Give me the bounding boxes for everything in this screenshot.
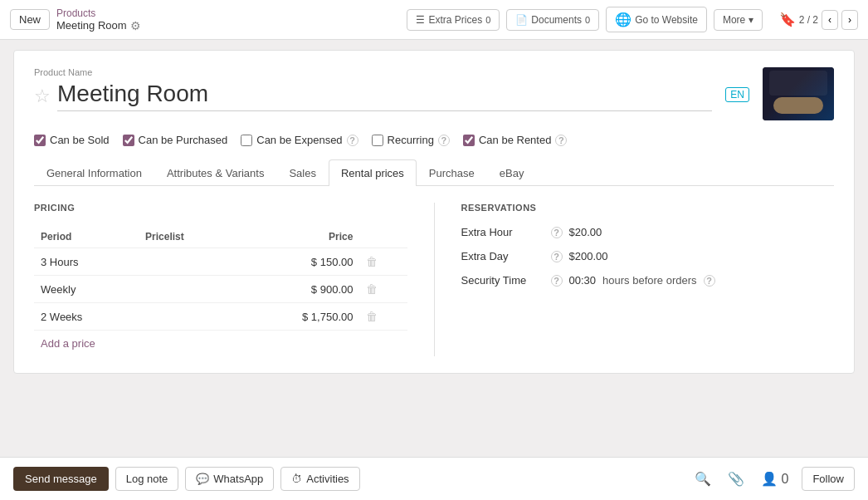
period-cell[interactable]: 2 Weeks (34, 303, 139, 331)
product-image (763, 67, 834, 120)
nav-next-button[interactable]: › (841, 10, 858, 30)
clock-icon: ⏱ (291, 473, 302, 485)
price-cell: $ 1,750.00 (237, 303, 359, 331)
paperclip-icon: 📎 (728, 472, 744, 486)
delete-icon[interactable]: 🗑 (366, 310, 378, 323)
search-button[interactable]: 🔍 (691, 468, 714, 490)
can-be-rented-checkbox[interactable]: Can be Rented ? (463, 134, 567, 146)
send-message-button[interactable]: Send message (13, 467, 109, 491)
person-icon: 👤 (761, 472, 778, 486)
breadcrumb-parent[interactable]: Products (56, 7, 141, 19)
bottombar: Send message Log note 💬 WhatsApp ⏱ Activ… (0, 457, 868, 500)
product-name-label: Product Name (34, 67, 749, 77)
go-to-website-button[interactable]: 🌐 Go to Website (606, 7, 707, 32)
price-cell: $ 150.00 (237, 248, 359, 276)
reservations-section-title: RESERVATIONS (461, 203, 835, 213)
product-header-left: Product Name ☆ Meeting Room EN (34, 67, 749, 111)
extra-hour-row: Extra Hour ? $20.00 (461, 226, 835, 238)
period-cell[interactable]: 3 Hours (34, 248, 139, 276)
period-cell[interactable]: Weekly (34, 276, 139, 303)
recurring-checkbox[interactable]: Recurring ? (372, 134, 450, 146)
security-time-help-icon[interactable]: ? (551, 275, 563, 287)
add-price-link[interactable]: Add a price (34, 331, 102, 356)
can-be-expensed-label: Can be Expensed (256, 134, 342, 146)
extra-day-value[interactable]: $200.00 (569, 250, 608, 262)
extra-day-label: Extra Day (461, 250, 544, 262)
extra-day-help-icon[interactable]: ? (551, 251, 563, 262)
documents-button[interactable]: 📄 Documents 0 (506, 9, 599, 31)
recurring-label: Recurring (388, 134, 434, 146)
product-header: Product Name ☆ Meeting Room EN (34, 67, 834, 120)
delete-icon[interactable]: 🗑 (366, 282, 378, 296)
extra-prices-count: 0 (485, 15, 490, 25)
whatsapp-icon: 💬 (196, 473, 209, 485)
nav-count: 2 / 2 (799, 14, 818, 26)
can-be-purchased-label: Can be Purchased (139, 134, 228, 146)
can-be-rented-help-icon[interactable]: ? (555, 135, 567, 146)
tab-content: PRICING Period Pricelist Price 3 Hours (34, 203, 834, 356)
nav-controls: 🔖 2 / 2 ‹ › (779, 10, 858, 30)
product-name-row: ☆ Meeting Room EN (34, 81, 749, 111)
tab-general-information[interactable]: General Information (34, 159, 154, 186)
tab-ebay[interactable]: eBay (487, 159, 537, 186)
bottom-right: 🔍 📎 👤 0 Follow (691, 467, 855, 491)
tab-attributes-variants[interactable]: Attributes & Variants (154, 159, 277, 186)
lang-badge[interactable]: EN (725, 87, 749, 102)
search-icon: 🔍 (695, 472, 711, 486)
extra-day-row: Extra Day ? $200.00 (461, 250, 835, 262)
table-row: 3 Hours $ 150.00 🗑 (34, 248, 407, 276)
can-be-purchased-checkbox[interactable]: Can be Purchased (123, 134, 228, 146)
can-be-expensed-checkbox[interactable]: Can be Expensed ? (241, 134, 358, 146)
activities-label: Activities (306, 473, 349, 485)
followers-count: 0 (782, 472, 789, 486)
product-title[interactable]: Meeting Room (57, 81, 712, 111)
security-time-value[interactable]: 00:30 (569, 274, 597, 287)
recurring-help-icon[interactable]: ? (438, 135, 450, 146)
can-be-expensed-help-icon[interactable]: ? (347, 135, 358, 146)
extra-hour-help-icon[interactable]: ? (551, 227, 563, 238)
breadcrumb-current-label: Meeting Room (56, 19, 127, 32)
topbar: New Products Meeting Room ⚙ ☰ Extra Pric… (0, 0, 868, 40)
whatsapp-button[interactable]: 💬 WhatsApp (185, 467, 274, 491)
table-row: Weekly $ 900.00 🗑 (34, 276, 407, 303)
hours-before-help-icon[interactable]: ? (704, 275, 715, 287)
list-icon: ☰ (416, 14, 425, 26)
delete-icon[interactable]: 🗑 (366, 255, 378, 268)
can-be-sold-checkbox[interactable]: Can be Sold (34, 134, 110, 146)
col-pricelist: Pricelist (139, 226, 237, 248)
reservations-section: RESERVATIONS Extra Hour ? $20.00 Extra D… (435, 203, 835, 356)
activities-button[interactable]: ⏱ Activities (280, 467, 359, 491)
tabs: General Information Attributes & Variant… (34, 159, 834, 186)
followers-button[interactable]: 👤 0 (758, 468, 792, 490)
pricelist-cell[interactable] (139, 303, 237, 331)
tab-purchase[interactable]: Purchase (417, 159, 487, 186)
can-be-sold-label: Can be Sold (50, 134, 110, 146)
topbar-actions: ☰ Extra Prices 0 📄 Documents 0 🌐 Go to W… (407, 7, 762, 32)
gear-icon[interactable]: ⚙ (130, 19, 141, 32)
documents-count: 0 (585, 15, 590, 25)
tab-rental-prices[interactable]: Rental prices (329, 159, 417, 186)
globe-icon: 🌐 (615, 12, 631, 27)
nav-prev-button[interactable]: ‹ (822, 10, 838, 30)
security-time-label: Security Time (461, 274, 544, 287)
pricing-section: PRICING Period Pricelist Price 3 Hours (34, 203, 435, 356)
extra-hour-value[interactable]: $20.00 (569, 226, 602, 238)
product-card: Product Name ☆ Meeting Room EN Can be So… (13, 50, 855, 374)
extra-prices-button[interactable]: ☰ Extra Prices 0 (407, 9, 500, 31)
can-be-rented-label: Can be Rented (479, 134, 551, 146)
checkboxes-row: Can be Sold Can be Purchased Can be Expe… (34, 134, 834, 146)
paperclip-button[interactable]: 📎 (724, 468, 748, 490)
breadcrumb-current: Meeting Room ⚙ (56, 19, 141, 32)
tab-sales[interactable]: Sales (276, 159, 329, 186)
pricelist-cell[interactable] (139, 276, 237, 303)
log-note-label: Log note (126, 473, 168, 485)
star-icon[interactable]: ☆ (34, 86, 51, 107)
pricelist-cell[interactable] (139, 248, 237, 276)
extra-prices-label: Extra Prices (428, 14, 482, 26)
bookmark-icon: 🔖 (779, 12, 796, 27)
new-button[interactable]: New (10, 9, 50, 30)
log-note-button[interactable]: Log note (115, 467, 179, 491)
extra-hour-label: Extra Hour (461, 226, 544, 238)
more-button[interactable]: More ▾ (714, 9, 763, 31)
follow-button[interactable]: Follow (802, 467, 855, 491)
